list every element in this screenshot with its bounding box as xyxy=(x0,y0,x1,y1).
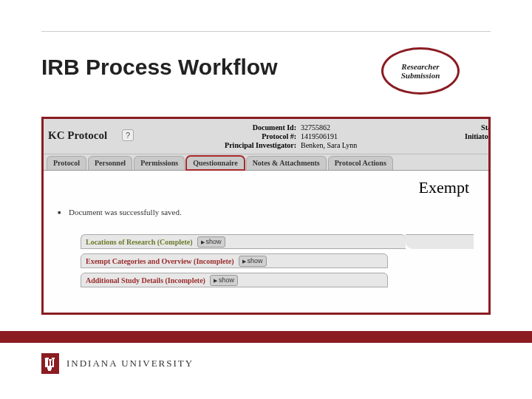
section-label: Additional Study Details (Incomplete) xyxy=(86,276,205,284)
tab-questionnaire[interactable]: Questionnaire xyxy=(186,156,244,170)
field-labels-right: Sta Initiator:La xyxy=(465,119,491,154)
tab-personnel[interactable]: Personnel xyxy=(88,156,132,170)
show-button[interactable]: show xyxy=(197,236,225,248)
brand-bar xyxy=(0,331,532,343)
section-tab-wing xyxy=(406,234,474,249)
kc-protocol-panel: KC Protocol ? Document Id: Protocol #: P… xyxy=(41,117,491,315)
tab-bar: Protocol Personnel Permissions Questionn… xyxy=(44,154,488,171)
field-labels: Document Id: Protocol #: Principal Inves… xyxy=(208,119,296,154)
section-locations-of-research[interactable]: Locations of Research (Complete) show xyxy=(81,234,406,249)
show-button[interactable]: show xyxy=(210,275,238,286)
value-protocol-number: 1419506191 xyxy=(301,132,367,140)
label-principal-investigator: Principal Investigator: xyxy=(208,141,296,149)
field-values: 32755862 1419506191 Benken, Sara Lynn xyxy=(301,119,367,154)
footer: INDIANA UNIVERSITY xyxy=(41,353,194,374)
label-status-truncated: Sta xyxy=(465,123,491,132)
iu-trident-icon xyxy=(41,353,59,374)
tab-permissions[interactable]: Permissions xyxy=(134,156,185,170)
label-document-id: Document Id: xyxy=(208,123,296,132)
value-principal-investigator: Benken, Sara Lynn xyxy=(301,141,367,149)
value-document-id: 32755862 xyxy=(301,123,367,132)
section-additional-study-details[interactable]: Additional Study Details (Incomplete) sh… xyxy=(81,273,388,287)
label-initiator-truncated: Initiator:La xyxy=(465,132,491,140)
section-label: Exempt Categories and Overview (Incomple… xyxy=(86,257,234,265)
top-divider xyxy=(41,31,491,32)
panel-title: KC Protocol xyxy=(48,129,107,142)
tab-protocol[interactable]: Protocol xyxy=(47,156,86,170)
slide-title: IRB Process Workflow xyxy=(41,55,278,80)
show-button[interactable]: show xyxy=(239,256,267,267)
exempt-heading: Exempt xyxy=(419,178,469,197)
section-label: Locations of Research (Complete) xyxy=(86,238,193,246)
section-exempt-categories[interactable]: Exempt Categories and Overview (Incomple… xyxy=(81,253,388,268)
workflow-step-label: Researcher Submission xyxy=(383,62,457,80)
footer-org-name: INDIANA UNIVERSITY xyxy=(66,358,194,369)
workflow-step-badge: Researcher Submission xyxy=(381,47,460,95)
panel-header: KC Protocol ? Document Id: Protocol #: P… xyxy=(44,119,488,154)
tab-notes-attachments[interactable]: Notes & Attachments xyxy=(246,156,327,170)
label-protocol-number: Protocol #: xyxy=(208,132,296,140)
save-status-message: Document was successfully saved. xyxy=(69,208,182,216)
tab-protocol-actions[interactable]: Protocol Actions xyxy=(328,156,393,170)
help-icon[interactable]: ? xyxy=(122,129,134,141)
